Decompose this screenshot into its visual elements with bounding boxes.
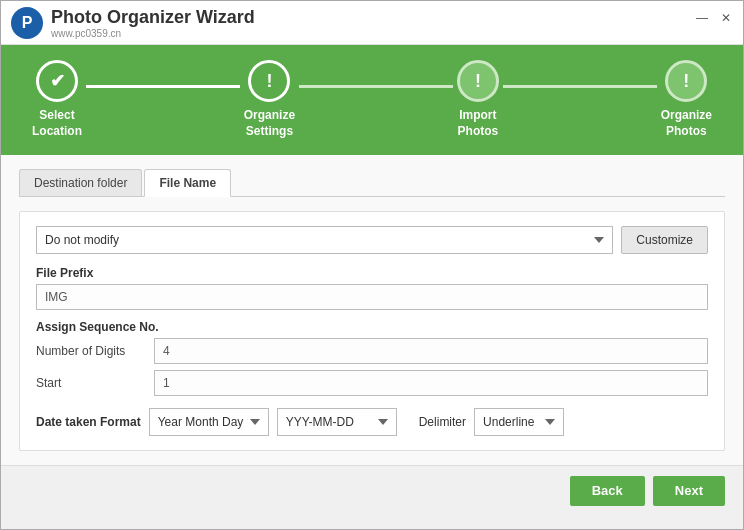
step-circle-import-photos: ! [457, 60, 499, 102]
step-select-location[interactable]: ✔ SelectLocation [32, 60, 82, 139]
footer: Back Next [1, 465, 743, 515]
step-organize-photos[interactable]: ! OrganizePhotos [661, 60, 712, 139]
form-area: Do not modify Rename files Add prefix Ad… [19, 211, 725, 451]
step-import-photos[interactable]: ! ImportPhotos [457, 60, 499, 139]
customize-button[interactable]: Customize [621, 226, 708, 254]
step-circle-organize-settings: ! [248, 60, 290, 102]
start-label: Start [36, 376, 146, 390]
assign-seq-label: Assign Sequence No. [36, 320, 708, 334]
app-subtitle: www.pc0359.cn [51, 28, 255, 39]
title-text-block: Photo Organizer Wizard www.pc0359.cn [51, 7, 255, 39]
window-controls: — ✕ [693, 9, 735, 27]
back-button[interactable]: Back [570, 476, 645, 506]
minimize-button[interactable]: — [693, 9, 711, 27]
start-input[interactable] [154, 370, 708, 396]
tab-file-name[interactable]: File Name [144, 169, 231, 197]
date-format-row: Date taken Format Year Month Day Year Mo… [36, 408, 708, 436]
app-title: Photo Organizer Wizard [51, 7, 255, 28]
step-circle-organize-photos: ! [665, 60, 707, 102]
date-format-label: Date taken Format [36, 415, 141, 429]
delimiter-label: Delimiter [419, 415, 466, 429]
num-digits-input[interactable] [154, 338, 708, 364]
step-label-organize-settings: OrganizeSettings [244, 108, 295, 139]
num-digits-label: Number of Digits [36, 344, 146, 358]
date-format-select[interactable]: Year Month Day Year Month Month Day Year… [149, 408, 269, 436]
connector-1 [86, 85, 240, 88]
tab-destination-folder[interactable]: Destination folder [19, 169, 142, 196]
connector-3 [503, 85, 657, 88]
close-button[interactable]: ✕ [717, 9, 735, 27]
start-row: Start [36, 370, 708, 396]
num-digits-row: Number of Digits [36, 338, 708, 364]
tabs: Destination folder File Name [19, 169, 725, 197]
file-prefix-input[interactable] [36, 284, 708, 310]
file-prefix-label: File Prefix [36, 266, 708, 280]
connector-2 [299, 85, 453, 88]
step-organize-settings[interactable]: ! OrganizeSettings [244, 60, 295, 139]
wizard-bar: ✔ SelectLocation ! OrganizeSettings ! Im… [1, 45, 743, 155]
step-label-import-photos: ImportPhotos [458, 108, 499, 139]
step-circle-select-location: ✔ [36, 60, 78, 102]
step-label-organize-photos: OrganizePhotos [661, 108, 712, 139]
date-pattern-select[interactable]: YYY-MM-DD YYYY/MM/DD YYYYMMDD [277, 408, 397, 436]
modify-dropdown-row: Do not modify Rename files Add prefix Ad… [36, 226, 708, 254]
delimiter-select[interactable]: Underline Hyphen Space None [474, 408, 564, 436]
app-logo: P [11, 7, 43, 39]
title-bar: P Photo Organizer Wizard www.pc0359.cn —… [1, 1, 743, 45]
modify-select[interactable]: Do not modify Rename files Add prefix Ad… [36, 226, 613, 254]
main-content: Destination folder File Name Do not modi… [1, 155, 743, 465]
next-button[interactable]: Next [653, 476, 725, 506]
step-label-select-location: SelectLocation [32, 108, 82, 139]
wizard-steps: ✔ SelectLocation ! OrganizeSettings ! Im… [32, 60, 712, 139]
